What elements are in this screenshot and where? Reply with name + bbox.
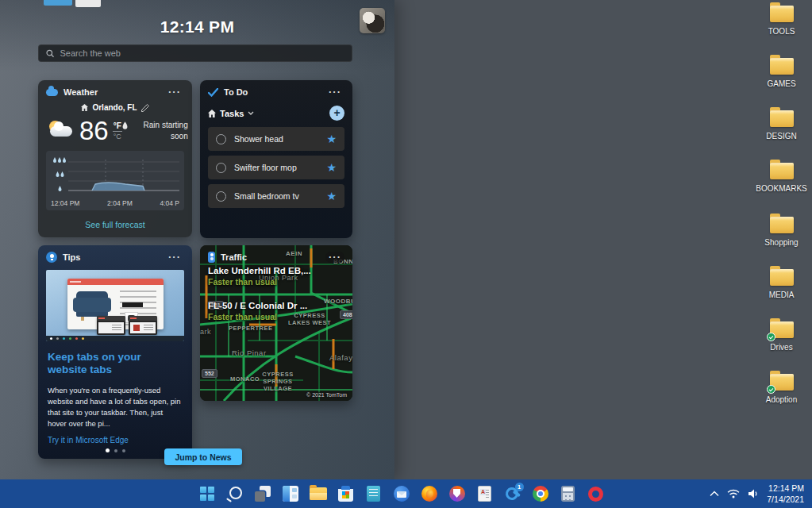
- map-label: WOODBU: [324, 298, 352, 305]
- raindrop-icon: [122, 121, 128, 129]
- edit-pencil-icon[interactable]: [141, 104, 149, 112]
- start-button[interactable]: [198, 484, 217, 503]
- widgets-panel: 12:14 PM Weather ··· Orlando, FL 86 °F °…: [0, 0, 394, 479]
- opera-button[interactable]: [587, 484, 606, 503]
- weather-condition: Rain starting soon: [131, 120, 188, 141]
- tip-headline[interactable]: Keep tabs on your website tabs: [38, 341, 192, 376]
- home-icon: [81, 104, 88, 111]
- precipitation-area-chart: [68, 156, 179, 197]
- notepad-button[interactable]: [364, 484, 383, 503]
- onedrive-synced-icon: [767, 385, 775, 394]
- unit-toggle[interactable]: °F °C: [113, 121, 122, 140]
- desktop-window-fragment: [44, 0, 72, 6]
- traffic-title: Traffic: [221, 252, 247, 262]
- microsoft-store-button[interactable]: [337, 484, 356, 503]
- traffic-more-button[interactable]: ···: [325, 252, 344, 263]
- thunderbird-button[interactable]: [392, 484, 411, 503]
- task-view-icon: [255, 486, 271, 502]
- lightbulb-icon: [46, 252, 57, 263]
- mail-bird-icon: [394, 486, 410, 502]
- add-task-button[interactable]: +: [329, 106, 344, 121]
- 1password-button[interactable]: 1: [503, 484, 522, 503]
- map-copyright: © 2021 TomTom: [305, 392, 348, 398]
- file-explorer-button[interactable]: [309, 484, 328, 503]
- partly-sunny-icon: [48, 121, 76, 141]
- chart-y-axis-droplets: [51, 156, 68, 197]
- widgets-icon: [283, 486, 298, 502]
- route-name: FL-50 / E Colonial Dr ...: [208, 301, 307, 310]
- desktop-icon-games[interactable]: GAMES: [751, 54, 812, 88]
- task-checkbox[interactable]: [216, 134, 226, 144]
- search-input[interactable]: [60, 48, 344, 58]
- task-row[interactable]: Shower head ★: [208, 127, 344, 151]
- unit-fahrenheit[interactable]: °F: [114, 121, 121, 130]
- task-label: Small bedroom tv: [234, 191, 299, 201]
- task-list-selector[interactable]: Tasks: [208, 109, 254, 118]
- profile-avatar[interactable]: [360, 8, 385, 33]
- star-icon[interactable]: ★: [326, 162, 337, 173]
- see-full-forecast-link[interactable]: See full forecast: [85, 220, 144, 229]
- notebook-icon: [367, 486, 380, 502]
- todo-widget[interactable]: To Do ··· Tasks + Shower head ★ Swifter …: [200, 80, 352, 238]
- chart-x-label: 4:04 P: [160, 199, 179, 207]
- star-icon[interactable]: ★: [326, 133, 337, 144]
- task-label: Swifter floor mop: [234, 163, 297, 172]
- star-icon[interactable]: ★: [326, 190, 337, 202]
- chart-x-label: 2:04 PM: [107, 199, 133, 207]
- folder-icon: [770, 217, 794, 233]
- search-icon: [229, 487, 242, 499]
- clock-date-area[interactable]: 12:14 PM 7/14/2021: [767, 483, 804, 505]
- windows-logo-icon: [200, 487, 214, 501]
- desktop-icon-media[interactable]: MEDIA: [751, 265, 812, 299]
- tips-more-button[interactable]: ···: [165, 252, 184, 263]
- precipitation-chart: 12:04 PM 2:04 PM 4:04 P: [46, 151, 184, 210]
- wifi-icon[interactable]: [727, 489, 740, 498]
- hidden-icons-chevron[interactable]: [710, 491, 719, 497]
- desktop-icon-design[interactable]: DESIGN: [751, 106, 812, 140]
- weather-title: Weather: [63, 87, 98, 97]
- web-search-bar[interactable]: [38, 44, 352, 62]
- wordpad-button[interactable]: [475, 484, 495, 503]
- traffic-light-icon: [208, 252, 215, 263]
- task-view-button[interactable]: [253, 484, 272, 503]
- desktop-icon-bookmarks[interactable]: BOOKMARKS: [751, 159, 812, 193]
- desktop-icon-drives[interactable]: Drives: [751, 318, 812, 352]
- onedrive-synced-icon: [767, 333, 775, 341]
- tab-preview-window: [129, 316, 157, 335]
- desktop-icon-shopping[interactable]: Shopping: [751, 213, 812, 247]
- road-badge: 552: [202, 369, 217, 378]
- task-checkbox[interactable]: [216, 163, 226, 173]
- route-status: Faster than usual: [208, 277, 311, 287]
- try-edge-link[interactable]: Try it in Microsoft Edge: [38, 429, 192, 444]
- todo-more-button[interactable]: ···: [325, 87, 344, 98]
- widgets-button[interactable]: [281, 484, 300, 503]
- road-badge: 408: [340, 310, 352, 319]
- weather-more-button[interactable]: ···: [165, 87, 184, 98]
- search-icon: [46, 49, 54, 58]
- desktop-icon-tools[interactable]: TOOLS: [751, 2, 812, 36]
- task-row[interactable]: Small bedroom tv ★: [208, 184, 344, 208]
- weather-widget[interactable]: Weather ··· Orlando, FL 86 °F °C Rain st…: [38, 80, 192, 237]
- unit-celsius[interactable]: °C: [114, 133, 121, 140]
- jump-to-news-button[interactable]: Jump to News: [164, 448, 242, 465]
- firefox-button[interactable]: [420, 484, 439, 503]
- brave-button[interactable]: [448, 484, 467, 503]
- weather-location[interactable]: Orlando, FL: [92, 103, 137, 112]
- traffic-route[interactable]: FL-50 / E Colonial Dr ... Faster than us…: [208, 301, 307, 321]
- speaker-icon[interactable]: [748, 489, 759, 498]
- taskbar-illustration: [46, 336, 184, 341]
- one-droplet-icon: [57, 186, 63, 192]
- desktop-icon-adoption[interactable]: Adoption: [751, 370, 812, 404]
- taskbar-search-button[interactable]: [225, 484, 244, 503]
- task-row[interactable]: Swifter floor mop ★: [208, 156, 344, 179]
- traffic-route[interactable]: Lake Underhill Rd EB,... Faster than usu…: [208, 266, 311, 287]
- traffic-widget[interactable]: Traffic ··· Lake Underhill Rd EB,... Fas…: [200, 245, 352, 401]
- task-checkbox[interactable]: [216, 191, 226, 202]
- calculator-button[interactable]: [559, 484, 578, 503]
- notification-badge: 1: [515, 483, 524, 491]
- panel-clock: 12:14 PM: [0, 17, 394, 37]
- tips-widget[interactable]: Tips ··· Keep tabs on your website tabs …: [38, 245, 192, 459]
- document-icon: [478, 486, 491, 502]
- taskbar: 1 12:14 PM 7/14/2021: [0, 479, 812, 508]
- chrome-button[interactable]: [531, 484, 550, 503]
